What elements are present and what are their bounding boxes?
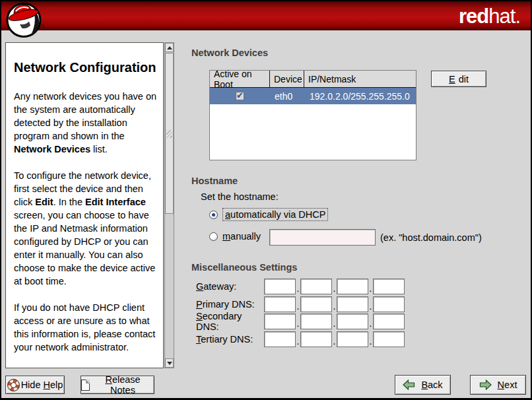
misc-settings-section-label: Miscellaneous Settings — [191, 262, 297, 273]
help-paragraph-1: Any network devices you have on the syst… — [14, 90, 158, 156]
octet-separator: . — [332, 283, 337, 294]
scroll-up-button[interactable] — [165, 43, 174, 52]
table-header-row: Active on Boot Device IP/Netmask — [210, 71, 416, 88]
secondary-dns-octet-4[interactable] — [373, 314, 405, 329]
manual-radio[interactable] — [209, 232, 218, 241]
tertiary-dns-octet-3[interactable] — [337, 331, 368, 347]
scroll-down-button[interactable] — [165, 358, 174, 368]
misc-settings-grid: Gateway: ... Primary DNS: ... Secondary … — [196, 279, 405, 349]
auto-dhcp-label[interactable]: automatically via DHCP — [222, 208, 328, 221]
next-label: Next — [498, 380, 517, 390]
octet-separator: . — [296, 301, 300, 312]
primary-dns-octet-1[interactable] — [264, 296, 296, 312]
secondary-dns-row: Secondary DNS: ... — [196, 314, 405, 329]
octet-separator: . — [332, 318, 337, 329]
secondary-dns-octet-2[interactable] — [300, 314, 332, 329]
octet-separator: . — [368, 336, 373, 347]
auto-dhcp-radio[interactable] — [209, 211, 218, 219]
secondary-dns-label: Secondary DNS: — [196, 311, 264, 332]
hide-help-button[interactable]: Hide Help — [5, 376, 65, 394]
hostname-input[interactable] — [269, 229, 376, 246]
primary-dns-octet-2[interactable] — [300, 296, 332, 312]
gateway-octet-1[interactable] — [264, 279, 296, 294]
trademark-symbol: ® — [41, 24, 44, 28]
edit-button[interactable]: Edit — [431, 71, 486, 87]
scrollbar-grip-icon — [166, 130, 172, 138]
help-panel: Network Configuration Any network device… — [5, 42, 164, 368]
column-header-active-on-boot: Active on Boot — [210, 71, 270, 87]
octet-separator: . — [296, 318, 300, 329]
device-cell: eth0 — [270, 88, 304, 104]
primary-dns-octet-3[interactable] — [337, 296, 368, 312]
gateway-label: Gateway: — [196, 281, 264, 292]
octet-separator: . — [332, 301, 337, 312]
hostname-example-hint: (ex. "host.domain.com") — [380, 232, 482, 243]
back-label: Back — [421, 380, 442, 390]
set-hostname-prompt: Set the hostname: — [201, 191, 279, 202]
tertiary-dns-octet-1[interactable] — [264, 331, 296, 347]
hostname-auto-option[interactable]: automatically via DHCP — [209, 208, 328, 221]
secondary-dns-octet-3[interactable] — [337, 314, 368, 329]
help-paragraph-3: If you do not have DHCP client access or… — [14, 301, 158, 354]
network-devices-table: Active on Boot Device IP/Netmask eth0 19… — [209, 70, 416, 160]
octet-separator: . — [332, 336, 337, 347]
primary-dns-label: Primary DNS: — [196, 299, 264, 310]
ip-netmask-cell: 192.0.2.0/255.255.255.0 — [304, 88, 416, 104]
manual-label[interactable]: manually — [222, 231, 261, 242]
network-devices-section-label: Network Devices — [191, 48, 268, 58]
octet-separator: . — [368, 318, 373, 329]
hide-help-label: Hide Help — [21, 380, 63, 390]
help-title: Network Configuration — [14, 57, 158, 77]
back-arrow-icon — [403, 380, 415, 390]
primary-dns-row: Primary DNS: ... — [196, 296, 405, 312]
octet-separator: . — [368, 301, 373, 312]
next-button[interactable]: Next — [470, 375, 526, 395]
triangle-up-icon — [167, 46, 172, 50]
gateway-octet-4[interactable] — [373, 279, 405, 294]
primary-dns-octet-4[interactable] — [373, 296, 405, 312]
gateway-row: Gateway: ... — [196, 279, 405, 294]
gateway-octet-3[interactable] — [337, 279, 368, 294]
tertiary-dns-octet-2[interactable] — [300, 331, 332, 347]
scrollbar-thumb[interactable] — [165, 53, 174, 214]
table-row[interactable]: eth0 192.0.2.0/255.255.255.0 — [210, 88, 416, 104]
help-scrollbar[interactable] — [164, 42, 174, 368]
hostname-section-label: Hostname — [191, 176, 238, 186]
tertiary-dns-octet-4[interactable] — [373, 331, 405, 347]
hostname-manual-option[interactable]: manually — [209, 231, 261, 242]
octet-separator: . — [368, 283, 373, 294]
triangle-down-icon — [167, 362, 172, 365]
redhat-shadowman-logo-icon — [5, 1, 42, 39]
tertiary-dns-row: Tertiary DNS: ... — [196, 331, 405, 347]
release-notes-button[interactable]: Release Notes — [81, 376, 154, 394]
gateway-octet-2[interactable] — [300, 279, 332, 294]
document-icon — [81, 380, 90, 391]
secondary-dns-octet-1[interactable] — [264, 314, 296, 329]
installer-window: ® redhat. Network Configuration Any netw… — [0, 0, 532, 400]
octet-separator: . — [296, 336, 300, 347]
column-header-device: Device — [270, 71, 304, 87]
life-preserver-icon — [7, 379, 20, 391]
back-button[interactable]: Back — [395, 375, 451, 395]
next-arrow-icon — [479, 380, 492, 390]
tertiary-dns-label: Tertiary DNS: — [196, 334, 264, 345]
octet-separator: . — [296, 283, 300, 294]
redhat-wordmark: redhat. — [459, 5, 520, 28]
banner: ® redhat. — [1, 1, 531, 30]
active-on-boot-checkbox[interactable] — [236, 92, 244, 100]
column-header-ip-netmask: IP/Netmask — [304, 71, 416, 87]
release-notes-label: Release Notes — [92, 374, 154, 395]
help-paragraph-2: To configure the network device, first s… — [14, 169, 158, 288]
